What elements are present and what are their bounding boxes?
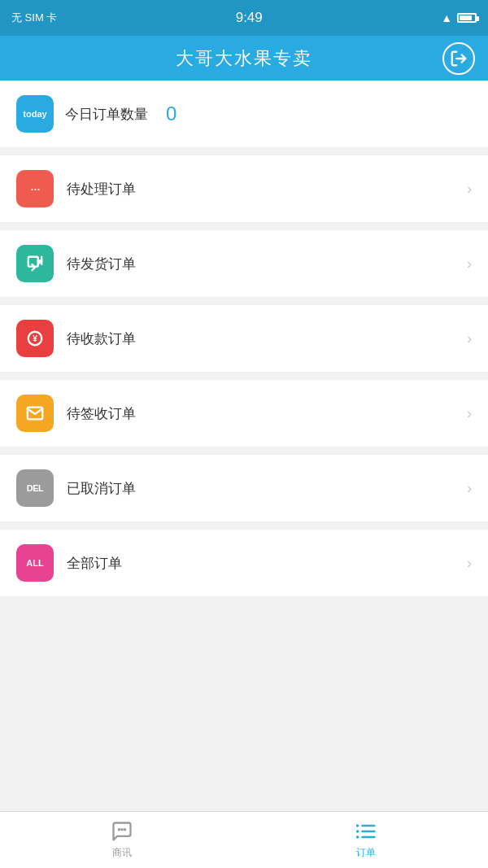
chevron-icon: › — [467, 480, 472, 497]
cancelled-label: 已取消订单 — [67, 479, 467, 498]
all-label: 全部订单 — [67, 554, 467, 573]
wifi-icon: ▲ — [441, 11, 452, 24]
pending-label: 待处理订单 — [67, 180, 467, 198]
today-badge: today — [16, 95, 54, 133]
app-header: 大哥大水果专卖 — [0, 36, 488, 81]
status-indicators: ▲ — [441, 11, 477, 24]
tab-message[interactable]: 商讯 — [0, 812, 244, 868]
payment-label: 待收款订单 — [67, 329, 467, 348]
chevron-icon: › — [467, 181, 472, 198]
menu-list: ··· 待处理订单 › 待发货订单 › ¥ 待收款订单 › — [0, 155, 488, 596]
today-count: 0 — [166, 103, 176, 125]
orders-tab-icon — [355, 820, 377, 843]
menu-item-signed[interactable]: 待签收订单 › — [0, 380, 488, 447]
pending-icon: ··· — [16, 170, 54, 207]
tab-bar: 商讯 订单 — [0, 811, 488, 868]
status-bar: 无 SIM 卡 9:49 ▲ — [0, 0, 488, 36]
exit-icon[interactable] — [442, 42, 475, 75]
message-tab-icon — [111, 820, 133, 843]
signed-label: 待签收订单 — [67, 404, 467, 423]
chevron-icon: › — [467, 330, 472, 347]
menu-item-cancelled[interactable]: DEL 已取消订单 › — [0, 455, 488, 521]
signed-icon — [16, 395, 54, 432]
shipping-label: 待发货订单 — [67, 255, 467, 273]
menu-item-pending[interactable]: ··· 待处理订单 › — [0, 155, 488, 222]
chevron-icon: › — [467, 555, 472, 572]
menu-item-shipping[interactable]: 待发货订单 › — [0, 230, 488, 297]
menu-item-all[interactable]: ALL 全部订单 › — [0, 530, 488, 596]
status-carrier: 无 SIM 卡 — [11, 11, 57, 25]
tab-orders[interactable]: 订单 — [244, 812, 488, 868]
today-section: today 今日订单数量 0 — [0, 81, 488, 147]
today-label: 今日订单数量 — [65, 105, 148, 124]
menu-item-payment[interactable]: ¥ 待收款订单 › — [0, 305, 488, 372]
chevron-icon: › — [467, 255, 472, 273]
payment-icon: ¥ — [16, 320, 54, 357]
tab-message-label: 商讯 — [112, 846, 132, 860]
app-title: 大哥大水果专卖 — [176, 46, 312, 71]
status-time: 9:49 — [236, 10, 263, 26]
cancelled-icon: DEL — [16, 469, 54, 507]
tab-orders-label: 订单 — [356, 846, 376, 860]
svg-text:¥: ¥ — [33, 334, 37, 343]
chevron-icon: › — [467, 405, 472, 422]
all-icon: ALL — [16, 544, 54, 582]
battery-icon — [457, 13, 477, 23]
shipping-icon — [16, 245, 54, 282]
